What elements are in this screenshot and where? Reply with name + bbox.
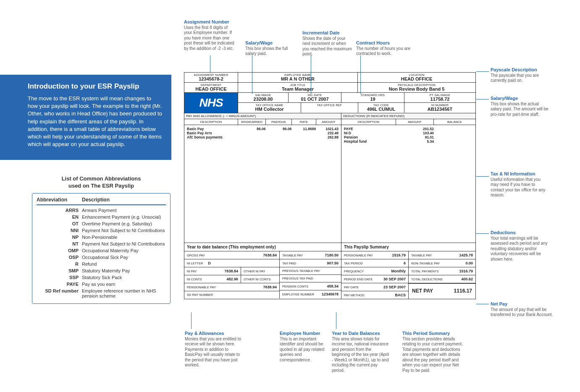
annot-contract: Contract HoursThe number of hours you ar…: [356, 40, 419, 57]
abbrev-row: SSPStatutory Sick Pack: [37, 274, 166, 281]
employee-number: 12345678: [322, 292, 339, 296]
pay-allowances-body: Basic Pay86.0686.0611.86891021.43Basic P…: [184, 125, 341, 243]
job-title: Team Manager: [240, 86, 356, 91]
location: HEAD OFFICE: [360, 76, 474, 81]
pay-row: AfC bonus payments262.88: [187, 135, 339, 139]
abbrev-row: SMPStatutory Maternity Pay: [37, 267, 166, 274]
abbrev-row: OSPOccupational Sick Pay: [37, 254, 166, 261]
abbrev-row: NNIPayment Not Subject to NI Contributio…: [37, 227, 166, 234]
annot-assignment: Assignment NumberUses the first 8 digits…: [184, 19, 234, 51]
annot-payallow: Pay & AllowancesMonies that you are enti…: [185, 331, 244, 368]
assignment-number: 12345678-2: [186, 76, 236, 81]
abbrev-col-abbr: Abbreviation: [37, 197, 82, 203]
annot-thisperiod: This Period SummaryThis section provides…: [402, 331, 465, 373]
annot-empnum: Employee NumberThis is an important iden…: [280, 331, 330, 363]
abbrev-row: ARRSArrears Payment: [37, 207, 166, 214]
annot-netpay: Net PayThe amount of pay that will be tr…: [491, 301, 554, 318]
connector-line: [191, 312, 192, 329]
annot-taxni: Tax & NI InformationUseful information t…: [491, 171, 549, 198]
salary-wage: 23208.00: [240, 97, 286, 102]
pay-row: Basic Pay Arrs232.48: [187, 131, 339, 135]
connector-line: [336, 312, 336, 329]
connector-line: [476, 99, 489, 99]
connector-line: [252, 55, 252, 94]
abbrev-row: SD Ref numberEmployee reference number i…: [37, 287, 166, 299]
connector-line: [476, 304, 489, 304]
connector-line: [476, 233, 489, 234]
connector-line: [476, 71, 489, 72]
abbrev-row: ENEnhancement Payment (e.g. Unsocial): [37, 214, 166, 220]
annot-salary2: Salary/WageThis box shows the actual sal…: [491, 96, 549, 117]
connector-line: [476, 176, 489, 177]
annot-salary1: Salary/WageThis box shows the full salar…: [245, 40, 291, 57]
abbrev-table: Abbreviation Description ARRSArrears Pay…: [32, 193, 171, 304]
abbrev-row: RRefund: [37, 261, 166, 267]
tax-office: HM Collector: [240, 107, 299, 112]
standard-hrs: 19: [343, 97, 402, 102]
ytd-header: Year to date balance (This employment on…: [184, 243, 341, 251]
annot-incdate: Incremental DateShows the date of your n…: [302, 30, 353, 57]
abbrev-row: NPNon-Pensionable: [37, 234, 166, 240]
abbrev-row: PAYEPay as you earn: [37, 281, 166, 287]
deductions-body: PAYE201.52NI D103.40Pension91.01Hospital…: [341, 125, 475, 243]
inc-date: 01 OCT 2007: [290, 97, 339, 102]
abbrev-col-desc: Description: [82, 197, 110, 203]
pt-salary: 11758.72: [406, 97, 474, 102]
tax-code: 496L CUMUL: [360, 107, 402, 112]
ded-row: PAYE201.52: [344, 127, 473, 131]
net-pay: 1116.17: [454, 288, 472, 294]
abbrev-row: NTPayment Not Subject to NI Contribution…: [37, 240, 166, 247]
annot-payscale: Payscale DescriptionThe payscale that yo…: [491, 67, 549, 84]
annot-ded: DeductionsYour total earnings will be as…: [491, 230, 554, 262]
pay-row: Basic Pay86.0686.0611.86891021.43: [187, 127, 339, 131]
ni-number: AB123456T: [406, 107, 474, 112]
payscale: Non Review Body Band 5: [360, 86, 474, 91]
payslip: ASSIGNMENT NUMBER12345678-2 EMPLOYEE NAM…: [184, 72, 476, 299]
employee-name: MR A N OTHER: [240, 76, 356, 81]
annot-ytd: Year to Date BalancesThis area shows tot…: [332, 331, 391, 373]
ded-row: Pension91.01: [344, 135, 473, 139]
ded-section-header: DEDUCTIONS (R INDICATES REFUND): [341, 113, 475, 119]
intro-body: The move to the ESR system will mean cha…: [28, 95, 162, 148]
nhs-logo: NHS: [184, 93, 238, 113]
ded-row: NI D103.40: [344, 131, 473, 135]
summary-header: This Payslip Summary: [341, 243, 475, 251]
abbrev-row: OMPOccupational Maternity Pay: [37, 247, 166, 254]
connector-line: [210, 55, 210, 72]
abbrev-heading: List of Common Abbreviations used on The…: [32, 175, 171, 190]
abbrev-row: OTOvertime Payment (e.g. Saturday): [37, 220, 166, 227]
connector-line: [360, 55, 361, 94]
intro-title: Introduction to your ESR Payslip: [28, 82, 162, 91]
intro-box: Introduction to your ESR Payslip The mov…: [0, 75, 171, 160]
department: HEAD OFFICE: [186, 86, 236, 91]
ded-row: Hospital fund5.34: [344, 139, 473, 144]
connector-line: [311, 55, 311, 94]
pay-section-header: PAY AND ALLOWANCE (- = MINUS AMOUNT): [184, 113, 341, 119]
